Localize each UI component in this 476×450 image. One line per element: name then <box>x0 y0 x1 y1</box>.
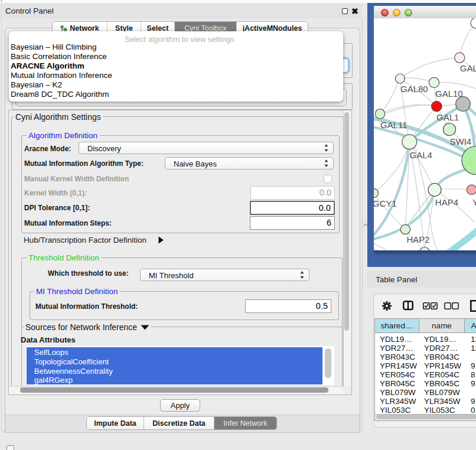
svg-text:HAP4: HAP4 <box>435 197 458 207</box>
svg-text:GAL1: GAL1 <box>436 112 459 122</box>
svg-text:GAL4: GAL4 <box>410 150 432 160</box>
svg-text:GAL80: GAL80 <box>400 84 428 94</box>
svg-text:SWI4: SWI4 <box>450 136 472 146</box>
svg-text:GAL7: GAL7 <box>460 63 476 73</box>
svg-text:GCY1: GCY1 <box>374 198 397 208</box>
svg-text:Y: Y <box>472 197 476 207</box>
svg-text:HAP2: HAP2 <box>406 234 429 244</box>
svg-text:GAL10: GAL10 <box>435 89 463 99</box>
svg-text:GAL11: GAL11 <box>380 120 407 130</box>
